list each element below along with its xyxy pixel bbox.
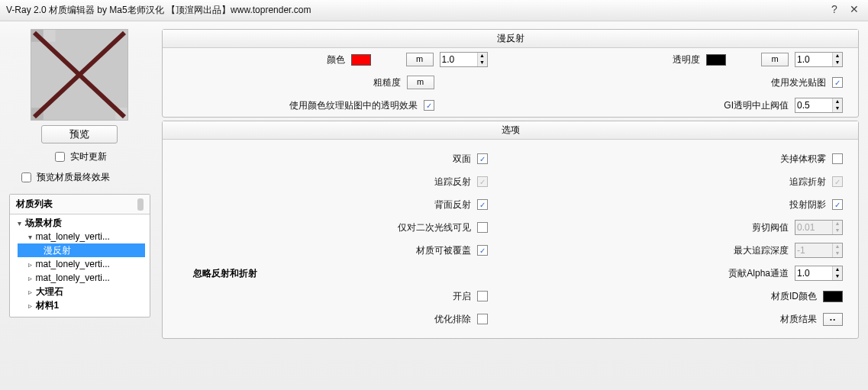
use-emit-label: 使用发光贴图 [771,76,826,89]
disable-fog-label: 关掉体积雾 [780,153,826,166]
max-depth-label: 最大追踪深度 [734,244,789,257]
color-swatch[interactable] [351,54,371,66]
transparency-amount-spinner[interactable]: ▲▼ [795,52,843,67]
use-emit-checkbox[interactable] [832,77,843,88]
options-header[interactable]: 选项 [163,121,858,140]
alpha-label: 贡献Alpha通道 [728,267,789,280]
trace-refract-checkbox [832,176,843,187]
ignore-optimize-checkbox[interactable] [477,314,488,324]
use-tex-alpha-checkbox[interactable] [424,100,434,111]
realtime-update-row[interactable]: 实时更新 [18,150,140,164]
color-label: 颜色 [327,53,345,66]
id-color-label: 材质ID颜色 [771,290,817,303]
disable-fog-checkbox[interactable] [832,153,843,164]
roughness-map-button[interactable]: m [407,76,434,89]
scrollbar[interactable] [137,198,144,211]
final-checkbox[interactable] [21,172,31,182]
tree-root[interactable]: ▾场景材质 [18,216,145,230]
help-icon[interactable]: ? [827,3,842,18]
material-list-header: 材质列表 [10,195,150,214]
trace-reflect-checkbox [477,176,488,187]
color-amount-spinner[interactable]: ▲▼ [440,52,488,67]
only-secondary-label: 仅对二次光线可见 [398,221,471,234]
trace-reflect-label: 追踪反射 [434,176,471,189]
overridable-checkbox[interactable] [477,245,488,256]
only-secondary-checkbox[interactable] [477,222,488,233]
right-column: 漫反射 颜色 m ▲▼ 粗糙度 m [162,29,859,382]
tree-item[interactable]: ▹大理石 [18,285,145,298]
color-map-button[interactable]: m [406,53,434,66]
tree-item[interactable]: ▹材料1 [18,298,145,312]
gi-threshold-label: GI透明中止阀值 [724,99,789,112]
double-sided-label: 双面 [453,153,471,166]
material-preview [31,29,128,121]
roughness-label: 粗糙度 [373,76,401,89]
back-reflect-checkbox[interactable] [477,199,488,210]
titlebar: V-Ray 2.0 材质编辑器 by Ma5老师汉化 【顶渲网出品】www.to… [0,0,868,21]
cutoff-label: 剪切阀值 [752,221,789,234]
alpha-spinner[interactable]: ▲▼ [795,266,843,281]
left-column: 预览 实时更新 预览材质最终效果 材质列表 ▾场景材质 ▾mat_lonely_… [3,29,156,382]
window-title: V-Ray 2.0 材质编辑器 by Ma5老师汉化 【顶渲网出品】www.to… [6,4,822,17]
cast-shadow-label: 投射阴影 [789,198,826,211]
double-sided-checkbox[interactable] [477,153,488,164]
preview-button[interactable]: 预览 [41,125,118,143]
window: V-Ray 2.0 材质编辑器 by Ma5老师汉化 【顶渲网出品】www.to… [0,0,868,390]
realtime-label: 实时更新 [70,150,107,163]
tree-item[interactable]: ▹mat_lonely_verti... [18,271,145,285]
transparency-swatch[interactable] [706,54,726,66]
material-list-panel: 材质列表 ▾场景材质 ▾mat_lonely_verti... 漫反射 ▹mat… [9,194,150,317]
tree-item[interactable]: ▾mat_lonely_verti... [18,230,145,243]
overridable-label: 材质可被覆盖 [416,244,471,257]
realtime-checkbox[interactable] [55,152,65,162]
gi-threshold-spinner[interactable]: ▲▼ [795,98,843,113]
cutoff-spinner: ▲▼ [795,220,843,235]
trace-refract-label: 追踪折射 [789,176,826,189]
ignore-optimize-label: 优化排除 [434,313,471,326]
transparency-label: 透明度 [673,53,700,66]
result-button[interactable]: .. [823,313,843,326]
final-preview-row[interactable]: 预览材质最终效果 [18,170,140,185]
options-group: 选项 双面 追踪反射 背面反射 仅对二次光线可见 材质可被覆盖 忽略反射和折射 … [162,121,859,339]
id-color-swatch[interactable] [823,291,843,302]
ignore-enable-checkbox[interactable] [477,291,488,301]
transparency-map-button[interactable]: m [761,53,789,66]
use-tex-alpha-label: 使用颜色纹理贴图中的透明效果 [289,99,418,112]
diffuse-group: 漫反射 颜色 m ▲▼ 粗糙度 m [162,29,859,118]
cast-shadow-checkbox[interactable] [832,199,843,210]
ignore-subheader: 忽略反射和折射 [163,262,511,285]
tree-item-selected[interactable]: 漫反射 [18,243,145,257]
ignore-enable-label: 开启 [453,290,471,303]
back-reflect-label: 背面反射 [434,198,471,211]
result-label: 材质结果 [780,313,817,326]
diffuse-header[interactable]: 漫反射 [163,30,858,48]
close-icon[interactable]: ✕ [847,3,862,18]
final-label: 预览材质最终效果 [37,171,110,184]
max-depth-spinner: ▲▼ [795,243,843,258]
material-tree: ▾场景材质 ▾mat_lonely_verti... 漫反射 ▹mat_lone… [10,214,150,317]
tree-item[interactable]: ▹mat_lonely_verti... [18,257,145,271]
